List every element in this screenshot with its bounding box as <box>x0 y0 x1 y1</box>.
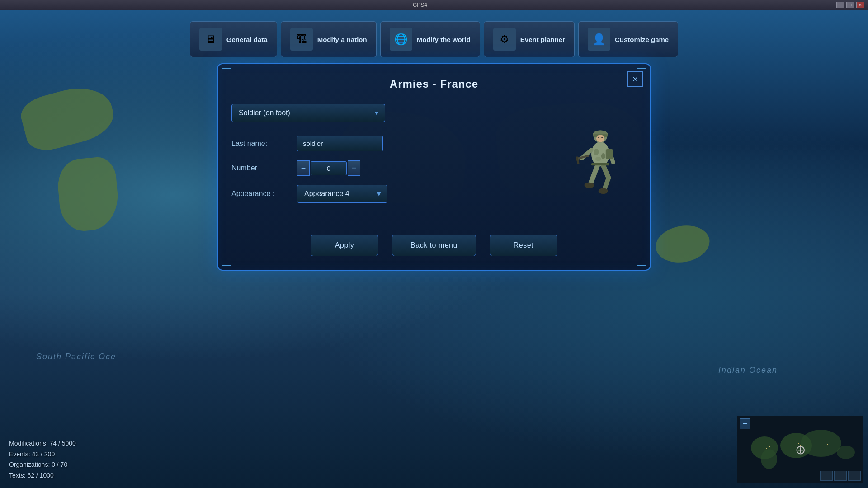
window-close-button[interactable]: ✕ <box>856 2 864 8</box>
appearance-select: Appearance 4 ▼ <box>297 185 387 203</box>
soldier-preview <box>564 104 637 212</box>
nav-label-modify-world: Modify the world <box>417 36 471 43</box>
svg-point-28 <box>769 446 770 447</box>
unit-type-dropdown-arrow: ▼ <box>373 109 380 117</box>
svg-point-23 <box>761 449 777 469</box>
nav-label-event-planner: Event planner <box>520 36 565 43</box>
reset-button[interactable]: Reset <box>490 235 557 256</box>
minimap-toolbar <box>820 471 861 481</box>
nav-label-customize-game: Customize game <box>615 36 669 43</box>
nav-item-general-data[interactable]: 🖥 General data <box>190 21 277 57</box>
apply-button[interactable]: Apply <box>311 235 378 256</box>
last-name-row: Last name: <box>231 136 546 151</box>
nav-label-modify-nation: Modify a nation <box>317 36 367 43</box>
modify-nation-icon: 🏗 <box>290 28 313 51</box>
number-stepper: − + <box>297 160 360 176</box>
nav-item-customize-game[interactable]: 👤 Customize game <box>578 21 678 57</box>
svg-line-14 <box>591 165 598 183</box>
appearance-value: Appearance 4 <box>304 190 349 198</box>
svg-point-8 <box>598 137 599 138</box>
svg-point-25 <box>801 430 841 457</box>
nav-item-modify-world[interactable]: 🌐 Modify the world <box>380 21 480 57</box>
titlebar-controls: – □ ✕ <box>836 2 864 8</box>
pacific-ocean-label: South Pacific Oce <box>36 352 116 361</box>
appearance-dropdown-arrow: ▼ <box>376 190 382 197</box>
svg-point-26 <box>837 446 855 459</box>
minimap-icon-3[interactable] <box>848 471 861 481</box>
svg-point-32 <box>827 444 828 445</box>
svg-point-1 <box>594 149 599 155</box>
minimap: + ⊕ <box>737 416 863 483</box>
status-bar: Modifications: 74 / 5000 Events: 43 / 20… <box>9 438 76 481</box>
maximize-button[interactable]: □ <box>846 2 854 8</box>
appearance-dropdown[interactable]: Appearance 4 ▼ <box>297 185 387 203</box>
svg-point-31 <box>823 441 824 441</box>
svg-point-2 <box>601 153 605 159</box>
modifications-status: Modifications: 74 / 5000 <box>9 438 76 449</box>
minimap-icon-2[interactable] <box>834 471 847 481</box>
svg-point-9 <box>601 137 603 138</box>
event-planner-icon: ⚙ <box>493 28 516 51</box>
number-row: Number − + <box>231 160 546 176</box>
corner-tl <box>222 68 231 77</box>
soldier-figure <box>571 113 630 203</box>
armies-dialog: × Armies - France Soldier (on foot) ▼ La… <box>217 63 651 271</box>
svg-point-18 <box>598 188 608 194</box>
svg-line-17 <box>604 178 609 189</box>
nav-item-event-planner[interactable]: ⚙ Event planner <box>484 21 575 57</box>
number-minus-button[interactable]: − <box>297 160 310 176</box>
minimap-plus-button[interactable]: + <box>740 418 750 429</box>
svg-rect-19 <box>606 149 613 159</box>
minimap-icon-1[interactable] <box>820 471 833 481</box>
corner-bl <box>222 257 231 266</box>
texts-status: Texts: 62 / 1000 <box>9 470 76 481</box>
unit-type-value: Soldier (on foot) <box>239 109 290 117</box>
svg-rect-20 <box>591 163 609 165</box>
nav-item-modify-nation[interactable]: 🏗 Modify a nation <box>281 21 377 57</box>
dialog-buttons: Apply Back to menu Reset <box>231 235 637 256</box>
last-name-input[interactable] <box>297 136 383 151</box>
customize-game-icon: 👤 <box>588 28 610 51</box>
dialog-content: Soldier (on foot) ▼ Last name: Number − … <box>231 104 637 212</box>
corner-br <box>637 257 646 266</box>
number-plus-button[interactable]: + <box>348 160 360 176</box>
titlebar: GPS4 – □ ✕ <box>0 0 868 10</box>
dialog-close-button[interactable]: × <box>627 71 643 87</box>
svg-point-3 <box>595 157 601 161</box>
minimize-button[interactable]: – <box>836 2 844 8</box>
dialog-title: Armies - France <box>231 78 637 90</box>
titlebar-title: GPS4 <box>4 2 836 8</box>
minimap-crosshair: ⊕ <box>795 442 806 457</box>
indian-ocean-label: Indian Ocean <box>718 366 778 375</box>
unit-type-dropdown[interactable]: Soldier (on foot) ▼ <box>231 104 385 122</box>
appearance-label: Appearance : <box>231 190 290 198</box>
svg-point-7 <box>596 135 604 142</box>
general-data-icon: 🖥 <box>199 28 222 51</box>
events-status: Events: 43 / 200 <box>9 449 76 460</box>
last-name-label: Last name: <box>231 140 290 148</box>
organizations-status: Organizations: 0 / 70 <box>9 460 76 470</box>
modify-world-icon: 🌐 <box>390 28 412 51</box>
number-input[interactable] <box>311 161 347 175</box>
number-label: Number <box>231 164 290 172</box>
form-section: Soldier (on foot) ▼ Last name: Number − … <box>231 104 546 212</box>
svg-point-27 <box>766 448 767 449</box>
top-navigation: 🖥 General data 🏗 Modify a nation 🌐 Modif… <box>0 10 868 69</box>
unit-type-select: Soldier (on foot) ▼ <box>231 104 385 122</box>
back-to-menu-button[interactable]: Back to menu <box>392 235 476 256</box>
nav-label-general-data: General data <box>226 36 268 43</box>
svg-point-15 <box>585 182 594 188</box>
appearance-row: Appearance : Appearance 4 ▼ <box>231 185 546 203</box>
